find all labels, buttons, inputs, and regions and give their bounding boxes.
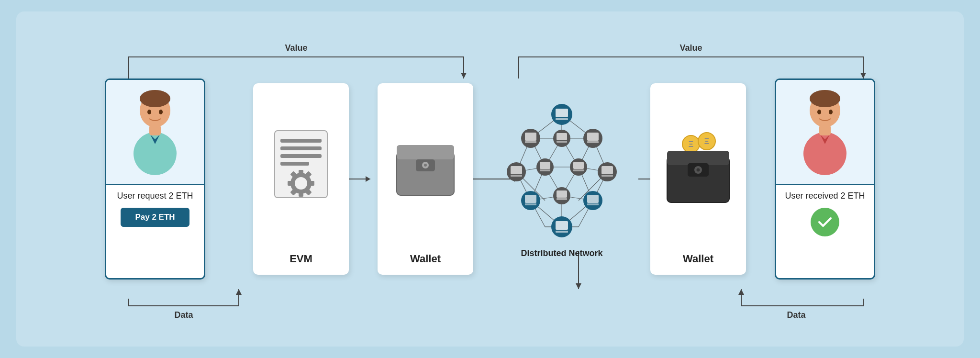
- svg-rect-32: [299, 170, 303, 176]
- sender-image: [106, 80, 204, 185]
- svg-marker-1: [461, 73, 467, 78]
- svg-rect-27: [280, 146, 322, 150]
- network-icon: [502, 100, 622, 253]
- wallet-left-card: Wallet: [378, 83, 473, 275]
- svg-rect-87: [601, 166, 613, 174]
- svg-rect-90: [540, 162, 550, 169]
- svg-rect-118: [667, 151, 729, 165]
- svg-rect-81: [587, 133, 599, 141]
- svg-text:Ξ: Ξ: [689, 140, 693, 148]
- svg-marker-17: [576, 283, 581, 289]
- svg-rect-106: [525, 141, 536, 143]
- svg-rect-35: [288, 181, 293, 186]
- checkmark-icon: [816, 213, 834, 231]
- svg-rect-112: [557, 198, 567, 200]
- svg-rect-109: [557, 141, 567, 143]
- svg-point-128: [829, 110, 833, 114]
- evm-label: EVM: [290, 253, 312, 265]
- svg-rect-28: [280, 154, 322, 158]
- svg-rect-93: [573, 162, 584, 169]
- svg-rect-97: [525, 203, 536, 205]
- sender-card: User request 2 ETH Pay 2 ETH: [105, 78, 205, 280]
- svg-rect-29: [280, 162, 309, 166]
- svg-rect-79: [556, 118, 568, 120]
- svg-rect-84: [511, 166, 522, 174]
- pay-button[interactable]: Pay 2 ETH: [121, 208, 189, 227]
- evm-icon-area: [261, 95, 341, 248]
- svg-rect-22: [149, 125, 161, 135]
- receiver-avatar-icon: [791, 84, 858, 180]
- receiver-card: User received 2 ETH: [775, 78, 875, 280]
- svg-rect-111: [557, 190, 567, 198]
- svg-rect-94: [573, 169, 584, 171]
- evm-card: EVM: [253, 83, 349, 275]
- svg-point-121: [697, 168, 700, 172]
- sender-avatar-icon: [122, 84, 189, 180]
- svg-rect-88: [601, 175, 613, 177]
- receiver-image: [776, 80, 874, 185]
- svg-point-24: [159, 110, 163, 114]
- wallet-right-card: Ξ Ξ Wallet: [650, 83, 746, 275]
- svg-marker-3: [860, 73, 866, 78]
- svg-rect-99: [587, 195, 599, 203]
- svg-point-23: [147, 110, 151, 114]
- sender-request-text: User request 2 ETH: [117, 191, 193, 201]
- wallet-right-icon: Ξ Ξ: [665, 131, 732, 212]
- svg-rect-108: [557, 133, 567, 140]
- svg-point-124: [803, 132, 846, 175]
- svg-rect-91: [540, 169, 550, 171]
- svg-point-127: [817, 110, 821, 114]
- wallet-left-label: Wallet: [410, 253, 441, 265]
- wallet-right-label: Wallet: [683, 253, 713, 265]
- svg-rect-82: [587, 141, 599, 143]
- svg-rect-126: [819, 125, 831, 135]
- wallet-right-icon-area: Ξ Ξ: [658, 95, 738, 248]
- wallet-left-icon: [394, 133, 457, 210]
- svg-rect-105: [525, 133, 536, 141]
- evm-icon: [270, 128, 332, 214]
- svg-rect-41: [397, 145, 454, 159]
- receiver-body: User received 2 ETH: [777, 185, 872, 270]
- main-container: Value Value Data Data: [16, 11, 964, 347]
- svg-rect-100: [587, 203, 599, 205]
- svg-rect-26: [280, 139, 322, 143]
- svg-marker-5: [236, 289, 242, 295]
- svg-point-19: [140, 90, 170, 107]
- sender-body: User request 2 ETH Pay 2 ETH: [109, 185, 200, 270]
- svg-rect-102: [556, 221, 568, 230]
- network-label: Distributed Network: [521, 248, 602, 258]
- svg-text:Data: Data: [174, 310, 193, 320]
- network-node: Distributed Network: [502, 100, 622, 258]
- svg-rect-33: [299, 191, 303, 197]
- svg-text:Value: Value: [679, 43, 702, 53]
- svg-text:Value: Value: [285, 43, 307, 53]
- svg-rect-96: [525, 195, 536, 203]
- svg-rect-34: [309, 181, 314, 186]
- svg-rect-103: [556, 231, 568, 233]
- svg-text:Ξ: Ξ: [704, 137, 709, 145]
- svg-point-31: [295, 177, 307, 190]
- wallet-left-icon-area: [385, 95, 466, 248]
- svg-point-123: [810, 90, 840, 107]
- svg-rect-85: [511, 175, 522, 177]
- svg-text:Data: Data: [787, 310, 806, 320]
- svg-point-44: [424, 164, 427, 167]
- receiver-text: User received 2 ETH: [785, 191, 865, 201]
- svg-point-20: [134, 132, 177, 175]
- svg-marker-7: [738, 289, 744, 295]
- svg-rect-78: [556, 109, 568, 117]
- check-circle-icon: [811, 208, 839, 236]
